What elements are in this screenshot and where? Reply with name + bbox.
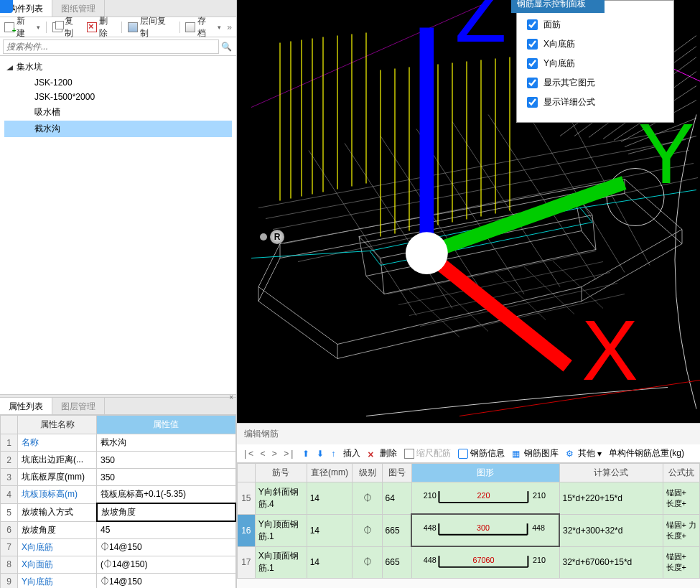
rebar-info-button[interactable]: 钢筋信息 — [458, 447, 505, 459]
delete-button[interactable]: 删除 — [87, 15, 116, 39]
copy-button[interactable]: 复制 — [52, 15, 81, 39]
svg-text:448: 448 — [424, 556, 437, 564]
tree-item-selected[interactable]: 截水沟 — [4, 121, 232, 137]
rebar-shape[interactable]: 448 67060 210 — [411, 546, 559, 579]
display-option[interactable]: X向底筋 — [527, 34, 663, 54]
rebar-id[interactable]: Y向顶面钢筋.1 — [255, 514, 307, 546]
delete-rebar-button[interactable]: 删除 — [368, 447, 397, 459]
rebar-dia[interactable]: 14 — [307, 546, 353, 579]
svg-line-73 — [426, 183, 624, 253]
prop-value[interactable]: 350 — [97, 469, 236, 486]
splitter[interactable]: × — [0, 394, 236, 398]
rebar-shape[interactable]: 210 220 210 — [411, 482, 559, 515]
svg-line-75 — [426, 253, 567, 366]
prop-value[interactable]: ⏀14@150 — [97, 538, 236, 556]
prop-value[interactable]: 筏板底标高+0.1(-5.35) — [97, 486, 236, 504]
tree-root[interactable]: 集水坑 — [4, 59, 232, 75]
prop-value[interactable]: ⏀14@150 — [97, 573, 236, 588]
tree-item[interactable]: 吸水槽 — [4, 104, 232, 121]
rebar-dia[interactable]: 14 — [307, 514, 353, 546]
row-num[interactable]: 15 — [238, 482, 256, 515]
prop-key[interactable]: 坑底板厚度(mm) — [18, 469, 97, 486]
search-input[interactable] — [3, 39, 219, 54]
layer-copy-button[interactable]: 层间复制 — [128, 15, 174, 39]
search-icon[interactable]: 🔍 — [219, 42, 233, 52]
rebar-display-panel[interactable]: 钢筋显示控制面板 面筋X向底筋Y向底筋显示其它图元显示详细公式 — [516, 0, 674, 123]
prop-key[interactable]: X向面筋 — [18, 556, 97, 573]
row-num: 1 — [1, 434, 18, 452]
property-table: 属性名称 属性值 1 名称 截水沟2 坑底出边距离(... 3503 坑底板厚度… — [0, 415, 236, 588]
tree-item[interactable]: JSK-1200 — [4, 75, 232, 90]
nav-buttons[interactable]: |< < > >| — [244, 449, 295, 459]
rebar-grade[interactable]: ⏀ — [353, 514, 382, 546]
close-icon[interactable]: × — [229, 393, 233, 401]
prop-key[interactable]: 坑底出边距离(... — [18, 452, 97, 469]
rebar-panel-title: 编辑钢筋 — [237, 424, 700, 444]
row-num: 8 — [1, 556, 18, 573]
tab-properties[interactable]: 属性列表 — [0, 398, 52, 414]
col-id: 筋号 — [255, 464, 307, 482]
display-option[interactable]: 显示其它图元 — [527, 73, 663, 93]
checkbox[interactable] — [527, 78, 538, 88]
component-toolbar: 新建▾ 复制 删除 层间复制 存档▾ » — [0, 17, 236, 37]
row-num[interactable]: 16 — [238, 514, 256, 546]
rebar-grade[interactable]: ⏀ — [353, 546, 382, 579]
3d-viewport[interactable]: R Z Y X 钢筋显示控制面板 面筋X向底筋Y向底筋显示其它图元显示详细公式 — [237, 0, 700, 423]
display-option[interactable]: 面筋 — [527, 15, 663, 34]
library-icon — [512, 449, 522, 459]
insert-button[interactable]: 插入 — [331, 447, 360, 459]
svg-point-77 — [406, 232, 448, 274]
col-shape: 图形 — [411, 464, 559, 482]
archive-button[interactable]: 存档▾ — [185, 15, 221, 39]
rebar-formula[interactable]: 32*d+300+32*d — [559, 514, 663, 546]
rebar-fig[interactable]: 665 — [382, 546, 411, 579]
display-option[interactable]: Y向底筋 — [527, 54, 663, 73]
rebar-fx: 锚固+ 力 长度+ — [663, 514, 699, 546]
export-button[interactable]: ⬇ — [317, 449, 324, 459]
new-button[interactable]: 新建▾ — [4, 15, 40, 39]
rebar-formula[interactable]: 32*d+67060+15*d — [559, 546, 663, 579]
svg-text:448: 448 — [424, 523, 437, 532]
svg-text:X: X — [582, 303, 638, 394]
rebar-table: 筋号 直径(mm) 级别 图号 图形 计算公式 公式抗 15 Y向斜面钢筋.4 … — [237, 463, 700, 588]
rebar-id[interactable]: X向顶面钢筋.1 — [255, 546, 307, 579]
import-button[interactable]: ⬆ — [302, 449, 309, 459]
tree-item[interactable]: JSK-1500*2000 — [4, 90, 232, 104]
rebar-fig[interactable]: 665 — [382, 514, 411, 546]
info-icon — [458, 449, 468, 459]
prop-key[interactable]: 坑板顶标高(m) — [18, 486, 97, 504]
checkbox[interactable] — [527, 39, 538, 50]
prop-key[interactable]: Y向底筋 — [18, 573, 97, 588]
row-num: 9 — [1, 573, 18, 588]
rebar-dia[interactable]: 14 — [307, 482, 353, 515]
prop-key[interactable]: 放坡输入方式 — [18, 503, 97, 521]
prop-value[interactable]: 截水沟 — [97, 434, 236, 452]
rebar-grade[interactable]: ⏀ — [353, 482, 382, 515]
app-corner — [0, 0, 13, 13]
rebar-fig[interactable]: 64 — [382, 482, 411, 515]
row-num[interactable]: 17 — [238, 546, 256, 579]
prop-key[interactable]: 名称 — [18, 434, 97, 452]
other-button[interactable]: 其他▾ — [566, 447, 602, 459]
chevron-right-icon: » — [227, 22, 232, 32]
rebar-fx: 锚固+ 长度+ — [663, 546, 699, 579]
prop-value[interactable]: 350 — [97, 452, 236, 469]
rebar-id[interactable]: Y向斜面钢筋.4 — [255, 482, 307, 515]
tab-layer-mgmt[interactable]: 图层管理 — [52, 398, 105, 414]
scale-button[interactable]: 缩尺配筋 — [404, 447, 451, 459]
rebar-lib-button[interactable]: 钢筋图库 — [512, 447, 559, 459]
gear-icon — [566, 449, 576, 459]
display-option[interactable]: 显示详细公式 — [527, 93, 663, 112]
rebar-fx: 锚固+ 长度+ — [663, 482, 699, 515]
rebar-formula[interactable]: 15*d+220+15*d — [559, 482, 663, 515]
prop-key[interactable]: X向底筋 — [18, 538, 97, 556]
checkbox[interactable] — [527, 58, 538, 69]
prop-value[interactable]: 45 — [97, 521, 236, 538]
prop-value[interactable]: (⏀14@150) — [97, 556, 236, 573]
rebar-shape[interactable]: 448 300 448 — [411, 514, 559, 546]
col-fig: 图号 — [382, 464, 411, 482]
checkbox[interactable] — [527, 19, 538, 30]
prop-key[interactable]: 放坡角度 — [18, 521, 97, 538]
checkbox[interactable] — [527, 97, 538, 108]
prop-value[interactable]: 放坡角度 — [97, 503, 236, 521]
